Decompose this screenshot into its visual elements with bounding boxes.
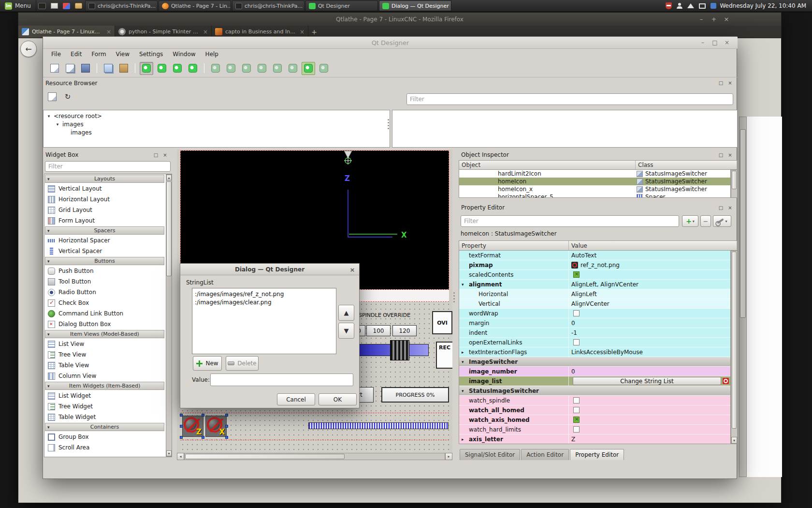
property-editor-titlebar[interactable]: Property Editor □ × xyxy=(459,202,738,213)
property-value[interactable]: Change String List xyxy=(569,376,730,386)
menu-window[interactable]: Window xyxy=(168,49,200,59)
terminal-launcher[interactable] xyxy=(36,0,48,12)
splitter-handle[interactable] xyxy=(388,119,389,129)
category-layouts[interactable]: ▾Layouts xyxy=(45,175,164,183)
checkbox[interactable] xyxy=(573,310,580,316)
scrollbar-thumb[interactable] xyxy=(185,454,345,459)
layout-vertical-button[interactable] xyxy=(224,62,238,75)
property-value[interactable]: -1 xyxy=(569,328,730,337)
property-row-openexternallinks[interactable]: openExternalLinks xyxy=(459,338,730,347)
menu-settings[interactable]: Settings xyxy=(135,49,167,59)
object-inspector-scrollbar[interactable] xyxy=(731,170,738,198)
edit-signals-slots-button[interactable] xyxy=(155,62,169,75)
category-spacers[interactable]: ▾Spacers xyxy=(45,226,164,235)
property-row-textformat[interactable]: textFormat AutoText xyxy=(459,251,730,260)
widget-vertical-layout[interactable]: Vertical Layout xyxy=(44,183,165,194)
float-dock-icon[interactable]: □ xyxy=(717,151,725,159)
move-down-button[interactable]: ▼ xyxy=(338,323,354,339)
property-value[interactable] xyxy=(569,396,730,405)
adjust-size-button[interactable] xyxy=(317,62,331,75)
float-dock-icon[interactable]: □ xyxy=(717,79,725,87)
widget-check-box[interactable]: Check Box xyxy=(44,298,165,308)
checkbox[interactable] xyxy=(573,417,580,423)
menu-form[interactable]: Form xyxy=(87,49,110,59)
property-value[interactable]: AlignLeft, AlignVCenter xyxy=(569,280,730,289)
tab-close-icon[interactable]: × xyxy=(203,29,208,35)
menu-help[interactable]: Help xyxy=(201,49,223,59)
menu-view[interactable]: View xyxy=(112,49,134,59)
property-row-wordwrap[interactable]: wordWrap xyxy=(459,309,730,318)
chevron-down-icon[interactable]: ▾ xyxy=(46,114,51,119)
striped-progress-widget[interactable] xyxy=(308,422,449,429)
widget-list-view[interactable]: List View xyxy=(44,339,165,349)
property-filter-input[interactable] xyxy=(461,215,679,227)
tab-close-icon[interactable]: × xyxy=(300,29,304,35)
close-dock-icon[interactable]: × xyxy=(726,79,734,87)
widget-column-view[interactable]: Column View xyxy=(44,371,165,381)
widget-group-box[interactable]: Group Box xyxy=(44,432,165,442)
checkbox[interactable] xyxy=(573,407,580,413)
widget-form-layout[interactable]: Form Layout xyxy=(44,215,165,226)
property-editor-scrollbar[interactable]: ▾ xyxy=(731,251,738,444)
add-dynamic-property-button[interactable]: +▾ xyxy=(682,215,698,227)
widget-tree-view[interactable]: Tree View xyxy=(44,349,165,360)
editor-launcher[interactable] xyxy=(60,0,72,12)
property-value[interactable] xyxy=(569,405,730,415)
override-100-button[interactable]: 100 xyxy=(366,325,391,336)
firefox-scrollbar[interactable] xyxy=(739,117,747,477)
remove-dynamic-property-button[interactable]: − xyxy=(700,215,711,227)
property-row-alignment[interactable]: ▾alignment AlignLeft, AlignVCenter xyxy=(459,280,730,289)
menu-button[interactable]: lm Menu xyxy=(0,0,36,12)
break-layout-button[interactable] xyxy=(302,62,315,75)
tab-action-editor[interactable]: Action Editor xyxy=(521,449,569,460)
configure-property-editor-button[interactable]: ▾ xyxy=(713,215,731,227)
property-value[interactable]: Z xyxy=(569,434,730,444)
menu-file[interactable]: File xyxy=(47,49,65,59)
form-horizontal-scrollbar[interactable] xyxy=(184,453,445,460)
property-value[interactable]: LinksAccessibleByMouse xyxy=(569,347,730,357)
home-x-status-icon[interactable]: X xyxy=(205,416,227,437)
close-icon[interactable]: × xyxy=(723,39,731,46)
property-row-watch-axis-homed[interactable]: watch_axis_homed xyxy=(459,415,730,425)
scrollbar-thumb[interactable] xyxy=(732,252,737,429)
property-row-alignment-vertical[interactable]: Vertical AlignVCenter xyxy=(459,299,730,309)
widget-list-widget[interactable]: List Widget xyxy=(44,390,165,401)
property-row-scaledcontents[interactable]: scaledContents xyxy=(459,270,730,280)
checkbox[interactable] xyxy=(573,397,580,403)
property-group-statusimageswitcher[interactable]: ▾StatusImageSwitcher xyxy=(459,386,730,396)
tree-item-resource-root[interactable]: ▾ <resource root> xyxy=(44,112,390,120)
clone-form-button[interactable] xyxy=(63,62,77,75)
category-buttons[interactable]: ▾Buttons xyxy=(45,257,164,265)
layout-splitter-vertical-button[interactable] xyxy=(255,62,269,75)
override-120-button[interactable]: 120 xyxy=(392,325,417,336)
minimize-icon[interactable]: – xyxy=(697,15,705,23)
widget-radio-button[interactable]: Radio Button xyxy=(44,287,165,298)
splitter-handle[interactable] xyxy=(453,292,455,302)
object-row-horizontalspacer5[interactable]: horizontalSpacer_5 Spacer xyxy=(459,193,730,198)
reload-resources-button[interactable]: ↻ xyxy=(61,90,74,103)
maximize-icon[interactable]: □ xyxy=(711,39,719,46)
tree-item-images[interactable]: ▾ images xyxy=(44,120,390,128)
layout-splitter-horizontal-button[interactable] xyxy=(240,62,253,75)
widget-scroll-area[interactable]: Scroll Area xyxy=(44,442,165,453)
edit-widgets-button[interactable] xyxy=(140,62,153,75)
selection-handle[interactable] xyxy=(202,414,204,417)
widget-table-view[interactable]: Table View xyxy=(44,360,165,371)
widget-box-scrollbar[interactable]: ▴ ▾ xyxy=(166,174,172,457)
property-row-indent[interactable]: indent -1 xyxy=(459,328,730,338)
qt-designer-titlebar[interactable]: Qt Designer – □ × xyxy=(43,37,738,49)
scrollbar-thumb[interactable] xyxy=(732,171,737,189)
widget-grid-layout[interactable]: Grid Layout xyxy=(44,205,165,215)
object-row-homeicon-x[interactable]: homeIcon_x StatusImageSwitcher xyxy=(459,185,730,193)
slider-handle[interactable] xyxy=(390,340,409,360)
property-value[interactable] xyxy=(569,415,730,424)
shield-icon[interactable] xyxy=(666,2,672,9)
firefox-titlebar[interactable]: Qtlathe - Page 7 - LinuxCNC - Mozilla Fi… xyxy=(18,13,781,26)
property-row-watch-spindle[interactable]: watch_spindle xyxy=(459,396,730,405)
property-value[interactable] xyxy=(569,425,730,434)
widget-command-link-button[interactable]: Command Link Button xyxy=(44,308,165,319)
back-button[interactable]: ← xyxy=(20,41,37,57)
selection-handle[interactable] xyxy=(225,436,228,439)
save-form-button[interactable] xyxy=(79,62,92,75)
delete-button[interactable]: Delete xyxy=(226,356,259,371)
